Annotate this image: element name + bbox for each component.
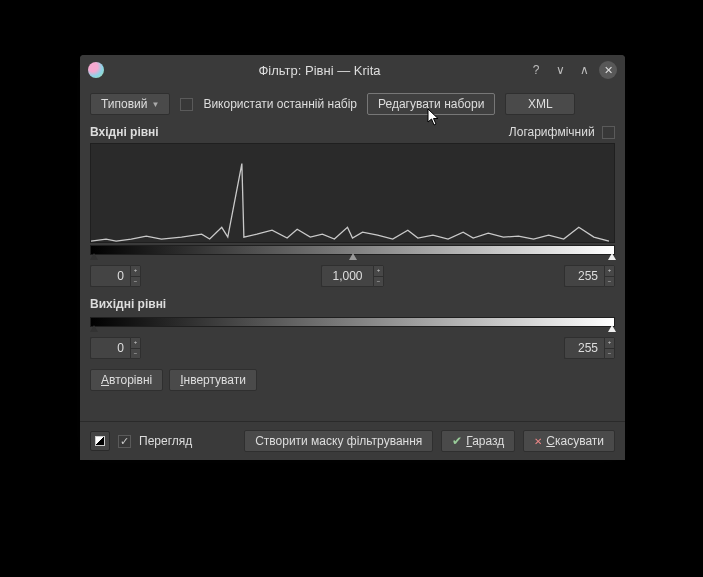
- preset-dropdown[interactable]: Типовий ▼: [90, 93, 170, 115]
- close-button[interactable]: ✕: [599, 61, 617, 79]
- window-title: Фільтр: Рівні — Krita: [112, 63, 527, 78]
- logarithmic-label: Логарифмічний: [509, 125, 595, 139]
- auto-levels-button[interactable]: ААвторівнівторівні: [90, 369, 163, 391]
- use-last-preset-label: Використати останній набір: [203, 97, 357, 111]
- output-white-value[interactable]: 255: [564, 337, 604, 359]
- input-gamma-spinbox[interactable]: 1,000 +−: [321, 265, 384, 287]
- xml-button[interactable]: XML: [505, 93, 575, 115]
- spin-down-icon[interactable]: −: [605, 349, 614, 359]
- input-black-value[interactable]: 0: [90, 265, 130, 287]
- spin-down-icon[interactable]: −: [374, 277, 383, 287]
- edit-presets-button[interactable]: Редагувати набори: [367, 93, 495, 115]
- preset-label: Типовий: [101, 97, 147, 111]
- chevron-down-icon: ▼: [151, 100, 159, 109]
- help-button[interactable]: ?: [527, 61, 545, 79]
- input-slider-track[interactable]: [90, 255, 615, 261]
- output-black-spinbox[interactable]: 0 +−: [90, 337, 141, 359]
- input-black-slider[interactable]: [90, 253, 98, 260]
- output-white-spinbox[interactable]: 255 +−: [564, 337, 615, 359]
- spin-up-icon[interactable]: +: [605, 266, 614, 277]
- output-black-value[interactable]: 0: [90, 337, 130, 359]
- spin-up-icon[interactable]: +: [131, 266, 140, 277]
- input-gamma-slider[interactable]: [349, 253, 357, 260]
- input-levels-title: Вхідні рівні: [90, 125, 159, 139]
- spin-up-icon[interactable]: +: [605, 338, 614, 349]
- input-black-spinbox[interactable]: 0 +−: [90, 265, 141, 287]
- input-white-value[interactable]: 255: [564, 265, 604, 287]
- spin-up-icon[interactable]: +: [131, 338, 140, 349]
- spin-down-icon[interactable]: −: [131, 349, 140, 359]
- cancel-button[interactable]: ✕ Скасувати: [523, 430, 615, 452]
- spin-down-icon[interactable]: −: [131, 277, 140, 287]
- config-icon-button[interactable]: [90, 431, 110, 451]
- output-slider-track[interactable]: [90, 327, 615, 333]
- spin-down-icon[interactable]: −: [605, 277, 614, 287]
- output-levels-title: Вихідні рівні: [90, 297, 615, 311]
- output-white-slider[interactable]: [608, 325, 616, 332]
- maximize-button[interactable]: ∧: [575, 61, 593, 79]
- output-gradient: [90, 317, 615, 327]
- dialog-window: Фільтр: Рівні — Krita ? ∨ ∧ ✕ Типовий ▼ …: [80, 55, 625, 460]
- input-white-spinbox[interactable]: 255 +−: [564, 265, 615, 287]
- dialog-footer: Перегляд Створити маску фільтрування ✔ Г…: [80, 421, 625, 460]
- logarithmic-checkbox[interactable]: [602, 126, 615, 139]
- krita-icon: [88, 62, 104, 78]
- input-white-slider[interactable]: [608, 253, 616, 260]
- create-filter-mask-button[interactable]: Створити маску фільтрування: [244, 430, 433, 452]
- check-icon: ✔: [452, 434, 462, 448]
- input-gamma-value[interactable]: 1,000: [321, 265, 373, 287]
- output-black-slider[interactable]: [90, 325, 98, 332]
- cancel-icon: ✕: [534, 436, 542, 447]
- titlebar[interactable]: Фільтр: Рівні — Krita ? ∨ ∧ ✕: [80, 55, 625, 85]
- minimize-button[interactable]: ∨: [551, 61, 569, 79]
- spin-up-icon[interactable]: +: [374, 266, 383, 277]
- ok-button[interactable]: ✔ Гаразд: [441, 430, 515, 452]
- histogram: [90, 143, 615, 243]
- preview-label: Перегляд: [139, 434, 192, 448]
- preview-checkbox[interactable]: [118, 435, 131, 448]
- use-last-preset-checkbox[interactable]: [180, 98, 193, 111]
- invert-button[interactable]: ІІнвертуватинвертувати: [169, 369, 257, 391]
